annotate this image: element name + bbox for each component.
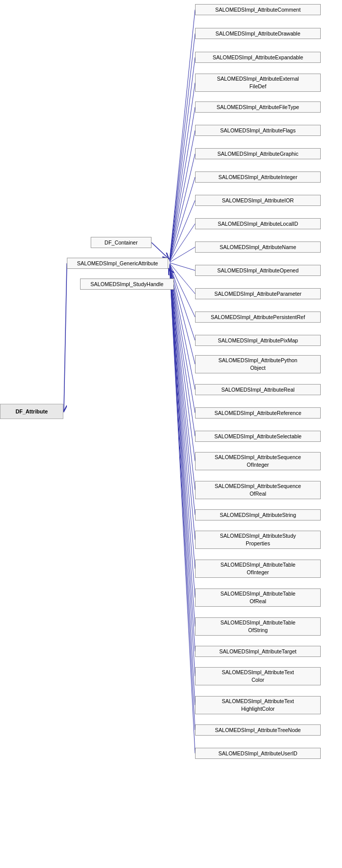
node-ior: SALOMEDSImpl_AttributeIOR <box>195 195 321 206</box>
svg-line-26 <box>170 266 195 569</box>
svg-line-28 <box>170 267 195 627</box>
svg-line-24 <box>170 266 195 515</box>
svg-line-27 <box>170 267 195 598</box>
svg-line-7 <box>170 107 195 260</box>
node-name: SALOMEDSImpl_AttributeName <box>195 241 321 253</box>
svg-line-1 <box>151 242 169 259</box>
node-studyproperties: SALOMEDSImpl_AttributeStudy Properties <box>195 531 321 549</box>
node-textcolor: SALOMEDSImpl_AttributeText Color <box>195 667 321 685</box>
node-userid-label: SALOMEDSImpl_AttributeUserID <box>218 750 297 757</box>
node-pythonobject: SALOMEDSImpl_AttributePython Object <box>195 355 321 373</box>
diagram-container: DF_Attribute DF_Container SALOMEDSImpl_G… <box>0 0 342 868</box>
node-sequenceofinteger-label: SALOMEDSImpl_AttributeSequence OfInteger <box>215 454 301 468</box>
node-name-label: SALOMEDSImpl_AttributeName <box>219 244 296 251</box>
svg-line-16 <box>170 264 195 317</box>
svg-line-3 <box>170 10 195 259</box>
svg-line-12 <box>170 224 195 262</box>
node-study-handle: SALOMEDSImpl_StudyHandle <box>80 279 174 290</box>
node-expandable: SALOMEDSImpl_AttributeExpandable <box>195 52 321 63</box>
node-userid: SALOMEDSImpl_AttributeUserID <box>195 748 321 759</box>
svg-line-11 <box>170 200 195 261</box>
node-localid: SALOMEDSImpl_AttributeLocalID <box>195 218 321 229</box>
node-treenode-label: SALOMEDSImpl_AttributeTreeNode <box>215 726 300 734</box>
svg-line-30 <box>170 267 195 676</box>
svg-line-33 <box>170 268 195 753</box>
svg-line-22 <box>170 265 195 461</box>
node-df-attribute: DF_Attribute <box>0 404 63 419</box>
svg-line-4 <box>170 33 195 259</box>
node-tableofreal-label: SALOMEDSImpl_AttributeTable OfReal <box>220 590 295 605</box>
node-pixmap-label: SALOMEDSImpl_AttributePixMap <box>218 337 298 344</box>
node-persistentref-label: SALOMEDSImpl_AttributePersistentRef <box>211 314 305 321</box>
svg-line-14 <box>170 263 195 270</box>
node-target: SALOMEDSImpl_AttributeTarget <box>195 646 321 657</box>
node-tableofstring-label: SALOMEDSImpl_AttributeTable OfString <box>220 619 295 634</box>
node-comment: SALOMEDSImpl_AttributeComment <box>195 4 321 15</box>
svg-line-8 <box>170 130 195 261</box>
node-generic-attribute-label: SALOMEDSImpl_GenericAttribute <box>77 260 158 267</box>
node-tableofinteger: SALOMEDSImpl_AttributeTable OfInteger <box>195 560 321 578</box>
svg-line-25 <box>170 266 195 540</box>
svg-line-17 <box>170 264 195 340</box>
node-localid-label: SALOMEDSImpl_AttributeLocalID <box>218 220 298 228</box>
node-drawable-label: SALOMEDSImpl_AttributeDrawable <box>215 30 300 38</box>
node-tableofinteger-label: SALOMEDSImpl_AttributeTable OfInteger <box>220 561 295 576</box>
node-integer-label: SALOMEDSImpl_AttributeInteger <box>218 173 297 181</box>
node-externalfiledef: SALOMEDSImpl_AttributeExternal FileDef <box>195 74 321 92</box>
node-texthighlightcolor: SALOMEDSImpl_AttributeText HighlightColo… <box>195 696 321 714</box>
svg-line-21 <box>170 265 195 436</box>
svg-line-5 <box>170 57 195 260</box>
node-drawable: SALOMEDSImpl_AttributeDrawable <box>195 28 321 39</box>
node-filetype-label: SALOMEDSImpl_AttributeFileType <box>217 103 299 111</box>
svg-line-10 <box>170 177 195 261</box>
node-ior-label: SALOMEDSImpl_AttributeIOR <box>222 197 294 204</box>
node-pixmap: SALOMEDSImpl_AttributePixMap <box>195 335 321 346</box>
node-treenode: SALOMEDSImpl_AttributeTreeNode <box>195 724 321 736</box>
node-flags: SALOMEDSImpl_AttributeFlags <box>195 125 321 136</box>
node-selectable: SALOMEDSImpl_AttributeSelectable <box>195 431 321 442</box>
node-sequenceofreal-label: SALOMEDSImpl_AttributeSequence OfReal <box>215 482 301 497</box>
node-opened: SALOMEDSImpl_AttributeOpened <box>195 265 321 276</box>
node-expandable-label: SALOMEDSImpl_AttributeExpandable <box>213 54 303 61</box>
node-pythonobject-label: SALOMEDSImpl_AttributePython Object <box>218 357 297 371</box>
node-integer: SALOMEDSImpl_AttributeInteger <box>195 171 321 183</box>
node-string-label: SALOMEDSImpl_AttributeString <box>220 511 296 519</box>
node-generic-attribute: SALOMEDSImpl_GenericAttribute <box>67 258 168 269</box>
node-opened-label: SALOMEDSImpl_AttributeOpened <box>217 267 299 274</box>
node-comment-label: SALOMEDSImpl_AttributeComment <box>215 6 301 14</box>
node-df-container-label: DF_Container <box>104 239 137 247</box>
node-filetype: SALOMEDSImpl_AttributeFileType <box>195 101 321 113</box>
node-real: SALOMEDSImpl_AttributeReal <box>195 384 321 395</box>
node-sequenceofinteger: SALOMEDSImpl_AttributeSequence OfInteger <box>195 452 321 470</box>
node-reference: SALOMEDSImpl_AttributeReference <box>195 407 321 419</box>
node-graphic: SALOMEDSImpl_AttributeGraphic <box>195 148 321 159</box>
node-parameter: SALOMEDSImpl_AttributeParameter <box>195 288 321 299</box>
node-sequenceofreal: SALOMEDSImpl_AttributeSequence OfReal <box>195 481 321 499</box>
node-studyproperties-label: SALOMEDSImpl_AttributeStudy Properties <box>220 532 296 547</box>
node-string: SALOMEDSImpl_AttributeString <box>195 509 321 520</box>
node-parameter-label: SALOMEDSImpl_AttributeParameter <box>214 290 301 298</box>
node-tableofstring: SALOMEDSImpl_AttributeTable OfString <box>195 617 321 636</box>
node-reference-label: SALOMEDSImpl_AttributeReference <box>214 409 301 417</box>
node-study-handle-label: SALOMEDSImpl_StudyHandle <box>90 281 163 288</box>
node-graphic-label: SALOMEDSImpl_AttributeGraphic <box>217 150 298 158</box>
svg-line-23 <box>170 266 195 490</box>
svg-line-13 <box>170 247 195 262</box>
node-target-label: SALOMEDSImpl_AttributeTarget <box>219 648 296 655</box>
node-textcolor-label: SALOMEDSImpl_AttributeText Color <box>222 669 294 683</box>
svg-line-31 <box>170 268 195 705</box>
node-externalfiledef-label: SALOMEDSImpl_AttributeExternal FileDef <box>217 75 299 90</box>
svg-line-29 <box>170 267 195 651</box>
node-selectable-label: SALOMEDSImpl_AttributeSelectable <box>214 433 301 440</box>
svg-line-6 <box>170 83 195 260</box>
node-tableofreal: SALOMEDSImpl_AttributeTable OfReal <box>195 588 321 607</box>
node-df-container: DF_Container <box>91 237 151 248</box>
node-texthighlightcolor-label: SALOMEDSImpl_AttributeText HighlightColo… <box>222 698 294 712</box>
svg-line-9 <box>170 154 195 261</box>
svg-line-2 <box>169 269 174 279</box>
node-df-attribute-label: DF_Attribute <box>16 408 48 415</box>
node-real-label: SALOMEDSImpl_AttributeReal <box>221 386 295 394</box>
svg-line-0 <box>64 263 67 411</box>
node-persistentref: SALOMEDSImpl_AttributePersistentRef <box>195 311 321 323</box>
node-flags-label: SALOMEDSImpl_AttributeFlags <box>220 127 296 134</box>
